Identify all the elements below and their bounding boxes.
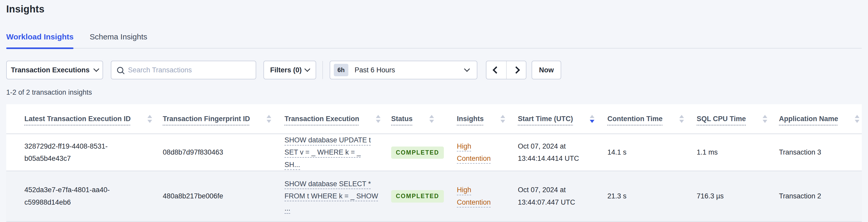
- execution-id-cell: 452da3e7-e7fa-4801-aa40-c59988d14eb6: [24, 184, 136, 209]
- table-row[interactable]: 452da3e7-e7fa-4801-aa40-c59988d14eb6 480…: [6, 171, 862, 222]
- start-time-cell: Oct 07, 2024 at 13:44:07.447 UTC: [518, 184, 608, 209]
- chevron-left-icon: [493, 66, 500, 74]
- sort-icon[interactable]: [376, 115, 380, 123]
- insight-link[interactable]: High Contention: [457, 140, 501, 165]
- column-header-status: Status: [391, 115, 457, 123]
- time-next-button[interactable]: [506, 61, 526, 79]
- contention-time-cell: 21.3 s: [608, 190, 697, 202]
- column-header-transaction-fingerprint-id: Transaction Fingerprint ID: [163, 115, 284, 123]
- column-header-start-time: Start Time (UTC): [518, 115, 608, 123]
- sort-icon[interactable]: [679, 115, 684, 123]
- time-prev-button[interactable]: [487, 61, 506, 79]
- sort-icon[interactable]: [148, 115, 152, 123]
- now-label: Now: [539, 66, 554, 74]
- sort-icon[interactable]: [429, 115, 434, 123]
- execution-id-cell: 328729d2-ff19-4408-8531-b05a5b4e43c7: [24, 140, 136, 165]
- tab-schema-insights[interactable]: Schema Insights: [90, 32, 147, 48]
- execution-type-label: Transaction Executions: [11, 66, 90, 74]
- column-header-application-name: Application Name: [779, 115, 865, 123]
- chevron-down-icon: [93, 66, 99, 72]
- table-row[interactable]: 328729d2-ff19-4408-8531-b05a5b4e43c7 08d…: [6, 134, 862, 171]
- page-title: Insights: [6, 4, 862, 15]
- column-header-sql-cpu-time: SQL CPU Time: [697, 115, 779, 123]
- column-header-insights: Insights: [457, 115, 518, 123]
- chevron-right-icon: [513, 66, 520, 74]
- column-header-latest-transaction-execution-id: Latest Transaction Execution ID: [24, 115, 163, 123]
- time-nav-group: [486, 61, 526, 80]
- toolbar-divider: [322, 61, 323, 79]
- sort-icon[interactable]: [267, 115, 271, 123]
- insights-page: Insights Workload Insights Schema Insigh…: [0, 0, 868, 222]
- search-input[interactable]: [128, 66, 250, 74]
- toolbar: Transaction Executions Filters (0) 6h Pa…: [6, 61, 862, 80]
- fingerprint-id-cell: 480a8b217be006fe: [163, 190, 284, 202]
- application-name-cell: Transaction 2: [779, 190, 855, 202]
- time-range-badge: 6h: [334, 64, 348, 76]
- now-button[interactable]: Now: [532, 61, 561, 80]
- results-count: 1-2 of 2 transaction insights: [6, 89, 862, 96]
- column-header-contention-time: Contention Time: [608, 115, 697, 123]
- filters-label: Filters (0): [270, 66, 302, 74]
- sort-icon[interactable]: [500, 115, 505, 123]
- search-box[interactable]: [111, 61, 256, 80]
- time-range-label: Past 6 Hours: [354, 66, 395, 74]
- execution-type-dropdown[interactable]: Transaction Executions: [6, 61, 103, 80]
- chevron-down-icon: [305, 66, 310, 72]
- application-name-cell: Transaction 3: [779, 146, 855, 158]
- status-badge: COMPLETED: [391, 147, 444, 159]
- transaction-execution-link[interactable]: SHOW database UPDATE t SET v = _ WHERE k…: [284, 136, 371, 168]
- chevron-down-icon: [464, 66, 470, 72]
- fingerprint-id-cell: 08d8b7d97f830463: [163, 146, 284, 158]
- sql-cpu-time-cell: 716.3 µs: [697, 190, 779, 202]
- start-time-cell: Oct 07, 2024 at 13:44:14.4414 UTC: [518, 140, 608, 165]
- sort-icon[interactable]: [763, 115, 767, 123]
- search-icon: [117, 67, 123, 73]
- sql-cpu-time-cell: 1.1 ms: [697, 146, 779, 158]
- time-range-picker[interactable]: 6h Past 6 Hours: [330, 61, 477, 80]
- tab-bar: Workload Insights Schema Insights: [6, 32, 862, 49]
- tab-workload-insights[interactable]: Workload Insights: [6, 32, 73, 48]
- filters-button[interactable]: Filters (0): [264, 61, 316, 80]
- contention-time-cell: 14.1 s: [608, 146, 697, 158]
- table-header-row: Latest Transaction Execution ID Transact…: [6, 104, 862, 134]
- sort-icon[interactable]: [855, 115, 860, 123]
- sort-icon-active[interactable]: [590, 115, 594, 123]
- insights-table: Latest Transaction Execution ID Transact…: [6, 104, 862, 222]
- transaction-execution-link[interactable]: SHOW database SELECT * FROM t WHERE k = …: [284, 180, 378, 213]
- insight-link[interactable]: High Contention: [457, 184, 501, 209]
- column-header-transaction-execution: Transaction Execution: [284, 115, 391, 123]
- status-badge: COMPLETED: [391, 190, 444, 202]
